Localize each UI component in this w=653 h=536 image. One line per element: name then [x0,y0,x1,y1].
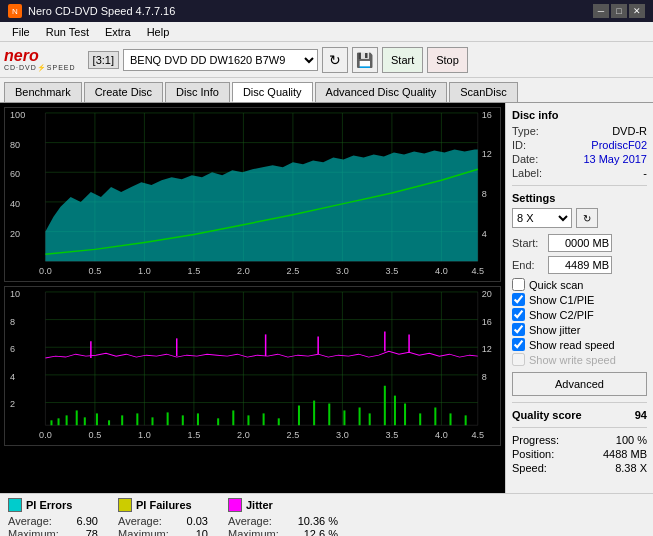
tab-scan-disc[interactable]: ScanDisc [449,82,517,102]
svg-text:2.0: 2.0 [237,430,250,440]
svg-rect-60 [108,420,110,425]
svg-text:0.5: 0.5 [89,430,102,440]
jitter-max-value: 12.6 % [304,528,338,536]
start-row: Start: [512,234,647,252]
tab-benchmark[interactable]: Benchmark [4,82,82,102]
speed-select[interactable]: 8 X [512,208,572,228]
divider-2 [512,402,647,403]
menu-extra[interactable]: Extra [97,24,139,40]
show-c2-pif-label: Show C2/PIF [529,309,594,321]
speed-refresh-button[interactable]: ↻ [576,208,598,228]
svg-text:4: 4 [10,372,15,382]
svg-text:20: 20 [482,289,492,299]
pi-errors-avg-label: Average: [8,515,52,527]
svg-text:1.5: 1.5 [188,266,201,276]
title-bar-controls[interactable]: ─ □ ✕ [593,4,645,18]
close-button[interactable]: ✕ [629,4,645,18]
svg-rect-78 [384,386,386,426]
svg-text:3.5: 3.5 [386,266,399,276]
chart-top: 100 80 60 40 20 16 12 8 4 0.0 0.5 1.0 1.… [4,107,501,282]
tab-disc-quality[interactable]: Disc Quality [232,82,313,102]
title-bar-left: N Nero CD-DVD Speed 4.7.7.16 [8,4,175,18]
pi-failures-color [118,498,132,512]
right-panel: Disc info Type: DVD-R ID: ProdiscF02 Dat… [505,103,653,493]
drive-select[interactable]: BENQ DVD DD DW1620 B7W9 [123,49,318,71]
pi-failures-avg-value: 0.03 [187,515,208,527]
quick-scan-row: Quick scan [512,278,647,291]
chart-bottom: 10 8 6 4 2 20 16 12 8 0.0 0.5 1.0 1.5 2.… [4,286,501,446]
svg-rect-67 [217,418,219,425]
drive-selector: [3:1] BENQ DVD DD DW1620 B7W9 [88,49,318,71]
svg-text:1.5: 1.5 [188,430,201,440]
svg-text:2.5: 2.5 [287,430,300,440]
save-icon[interactable]: 💾 [352,47,378,73]
pi-failures-avg-label: Average: [118,515,162,527]
menu-run-test[interactable]: Run Test [38,24,97,40]
show-jitter-checkbox[interactable] [512,323,525,336]
pi-failures-group: PI Failures Average: 0.03 Maximum: 10 To… [118,498,208,536]
stop-button[interactable]: Stop [427,47,468,73]
pi-errors-avg-row: Average: 6.90 [8,515,98,527]
disc-date-label: Date: [512,153,538,165]
pi-errors-label: PI Errors [26,499,72,511]
svg-rect-70 [263,413,265,425]
show-read-speed-checkbox[interactable] [512,338,525,351]
progress-value: 100 % [616,434,647,446]
advanced-button[interactable]: Advanced [512,372,647,396]
nero-logo: nero CD·DVD⚡SPEED [4,48,76,71]
chart-bottom-svg: 10 8 6 4 2 20 16 12 8 0.0 0.5 1.0 1.5 2.… [5,287,500,445]
jitter-avg-label: Average: [228,515,272,527]
show-c1-pie-label: Show C1/PIE [529,294,594,306]
show-c2-pif-checkbox[interactable] [512,308,525,321]
jitter-label: Jitter [246,499,273,511]
tab-advanced-disc-quality[interactable]: Advanced Disc Quality [315,82,448,102]
show-c1-pie-checkbox[interactable] [512,293,525,306]
end-row: End: [512,256,647,274]
tab-create-disc[interactable]: Create Disc [84,82,163,102]
maximize-button[interactable]: □ [611,4,627,18]
show-c1-pie-row: Show C1/PIE [512,293,647,306]
disc-date-row: Date: 13 May 2017 [512,153,647,165]
disc-info-title: Disc info [512,109,647,121]
pi-failures-avg-row: Average: 0.03 [118,515,208,527]
disc-id-value: ProdiscF02 [591,139,647,151]
minimize-button[interactable]: ─ [593,4,609,18]
svg-text:16: 16 [482,317,492,327]
pi-failures-max-value: 10 [196,528,208,536]
svg-rect-57 [76,410,78,425]
disc-id-row: ID: ProdiscF02 [512,139,647,151]
menu-file[interactable]: File [4,24,38,40]
svg-text:3.0: 3.0 [336,430,349,440]
svg-text:1.0: 1.0 [138,266,151,276]
speed-value: 8.38 X [615,462,647,474]
jitter-group: Jitter Average: 10.36 % Maximum: 12.6 % … [228,498,338,536]
svg-text:4.0: 4.0 [435,430,448,440]
start-input[interactable] [548,234,612,252]
menu-help[interactable]: Help [139,24,178,40]
show-write-speed-row: Show write speed [512,353,647,366]
tabs: Benchmark Create Disc Disc Info Disc Qua… [0,78,653,103]
speed-label: Speed: [512,462,547,474]
svg-rect-63 [151,417,153,425]
svg-rect-84 [465,415,467,425]
pi-errors-max-row: Maximum: 78 [8,528,98,536]
position-value: 4488 MB [603,448,647,460]
svg-text:4.5: 4.5 [471,266,484,276]
svg-text:8: 8 [482,372,487,382]
svg-text:60: 60 [10,169,20,179]
quality-row: Quality score 94 [512,409,647,421]
svg-text:20: 20 [10,229,20,239]
refresh-icon[interactable]: ↻ [322,47,348,73]
svg-text:3.0: 3.0 [336,266,349,276]
svg-rect-69 [247,415,249,425]
svg-text:0.5: 0.5 [89,266,102,276]
svg-rect-77 [369,413,371,425]
disc-label-label: Label: [512,167,542,179]
quick-scan-checkbox[interactable] [512,278,525,291]
show-jitter-row: Show jitter [512,323,647,336]
jitter-color [228,498,242,512]
start-button[interactable]: Start [382,47,423,73]
svg-text:4.5: 4.5 [471,430,484,440]
tab-disc-info[interactable]: Disc Info [165,82,230,102]
end-input[interactable] [548,256,612,274]
